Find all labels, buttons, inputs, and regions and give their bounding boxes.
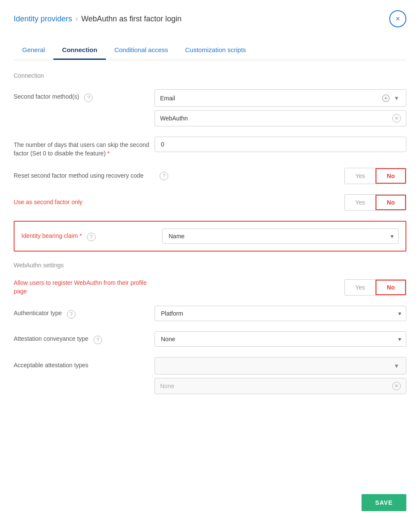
identity-bearing-claim-help-icon[interactable]: ? <box>87 233 96 241</box>
second-factor-controls: Email ▾ WebAuthn ✕ <box>155 89 406 126</box>
attestation-conveyance-select-wrapper: None Direct Indirect Enterprise <box>155 331 406 347</box>
authenticator-type-select[interactable]: Platform Cross-platform Any <box>155 306 406 321</box>
reset-yes-button[interactable]: Yes <box>345 168 376 184</box>
skip-days-label: The number of days that users can skip t… <box>14 137 155 158</box>
use-second-factor-row: Use as second factor only Yes No <box>14 194 406 211</box>
attestation-conveyance-label-group: Attestation conveyance type ? <box>14 331 155 344</box>
tabs-nav: General Connection Conditional access Cu… <box>14 41 406 60</box>
breadcrumb-link[interactable]: Identity providers <box>14 15 72 23</box>
authenticator-type-help-icon[interactable]: ? <box>67 310 76 319</box>
identity-bearing-claim-select[interactable]: Name Email Username Sub <box>162 228 399 244</box>
remove-webauthn-button[interactable]: ✕ <box>392 114 401 123</box>
authenticator-type-row: Authenticator type ? Platform Cross-plat… <box>14 306 406 321</box>
acceptable-attestation-controls: ▾ None ✕ <box>155 357 406 394</box>
webauthn-tag: WebAuthn ✕ <box>155 110 406 126</box>
remove-none-attestation-button[interactable]: ✕ <box>392 382 401 390</box>
section-connection-title: Connection <box>14 72 406 79</box>
none-attestation-tag: None ✕ <box>155 378 406 394</box>
identity-bearing-claim-label-group: Identity bearing claim * ? <box>21 228 162 241</box>
acceptable-attestation-label: Acceptable attestation types <box>14 357 155 370</box>
authenticator-type-label: Authenticator type <box>14 306 62 318</box>
skip-days-row: The number of days that users can skip t… <box>14 137 406 158</box>
save-bar: SAVE <box>348 487 420 518</box>
second-factor-label: Second factor method(s) <box>14 89 79 101</box>
reset-no-button[interactable]: No <box>376 168 406 184</box>
save-button[interactable]: SAVE <box>362 494 406 511</box>
breadcrumb-current: WebAuthn as first factor login <box>81 15 181 23</box>
attestation-conveyance-controls: None Direct Indirect Enterprise <box>155 331 406 347</box>
reset-second-factor-help-icon[interactable]: ? <box>160 172 168 180</box>
use-second-factor-toggle: Yes No <box>344 194 406 211</box>
allow-register-yes-button[interactable]: Yes <box>345 280 376 295</box>
tab-customization-scripts[interactable]: Customization scripts <box>177 41 255 60</box>
attestation-conveyance-select[interactable]: None Direct Indirect Enterprise <box>155 331 406 347</box>
identity-bearing-claim-section: Identity bearing claim * ? Name Email Us… <box>14 221 406 252</box>
breadcrumb: Identity providers › WebAuthn as first f… <box>14 15 181 23</box>
identity-bearing-claim-row: Identity bearing claim * ? Name Email Us… <box>21 228 399 244</box>
webauthn-tag-value: WebAuthn <box>160 115 392 122</box>
use-second-yes-button[interactable]: Yes <box>345 195 376 210</box>
allow-register-row: Allow users to register WebAuthn from th… <box>14 279 406 296</box>
second-factor-label-group: Second factor method(s) ? <box>14 89 155 102</box>
tab-connection[interactable]: Connection <box>53 41 106 60</box>
identity-bearing-claim-label: Identity bearing claim * <box>21 228 82 240</box>
second-factor-methods-row: Second factor method(s) ? Email ▾ WebAut… <box>14 89 406 126</box>
skip-days-input[interactable]: 0 <box>155 137 406 152</box>
authenticator-type-label-group: Authenticator type ? <box>14 306 155 319</box>
use-second-factor-label: Use as second factor only <box>14 198 155 207</box>
reset-second-factor-toggle: Yes No <box>344 168 406 184</box>
acceptable-attestation-row: Acceptable attestation types ▾ None ✕ <box>14 357 406 394</box>
close-button[interactable]: × <box>389 10 406 27</box>
reset-second-factor-label: Reset second factor method using recover… <box>14 172 155 180</box>
breadcrumb-separator: › <box>76 15 78 23</box>
attestation-conveyance-label: Attestation conveyance type <box>14 331 88 343</box>
use-second-no-button[interactable]: No <box>376 195 406 210</box>
authenticator-type-select-wrapper: Platform Cross-platform Any <box>155 306 406 321</box>
attestation-conveyance-row: Attestation conveyance type ? None Direc… <box>14 331 406 347</box>
authenticator-type-controls: Platform Cross-platform Any <box>155 306 406 321</box>
none-tag-value: None <box>160 383 392 389</box>
page-header: Identity providers › WebAuthn as first f… <box>14 10 406 27</box>
reset-second-factor-row: Reset second factor method using recover… <box>14 168 406 184</box>
second-factor-help-icon[interactable]: ? <box>84 94 93 102</box>
add-method-button[interactable] <box>379 94 392 103</box>
identity-bearing-claim-select-wrapper: Name Email Username Sub <box>162 228 399 244</box>
attestation-conveyance-help-icon[interactable]: ? <box>93 336 102 344</box>
tab-conditional-access[interactable]: Conditional access <box>106 41 177 60</box>
section-webauthn-title: WebAuthn settings <box>14 262 406 269</box>
identity-bearing-claim-controls: Name Email Username Sub <box>162 228 399 244</box>
allow-register-label: Allow users to register WebAuthn from th… <box>14 279 155 296</box>
email-value: Email <box>160 95 379 102</box>
tab-general[interactable]: General <box>14 41 53 60</box>
expand-attestation-button[interactable]: ▾ <box>392 361 401 371</box>
expand-method-button[interactable]: ▾ <box>392 93 401 103</box>
skip-days-controls: 0 <box>155 137 406 152</box>
email-dropdown[interactable]: Email ▾ <box>155 89 406 107</box>
acceptable-attestation-dropdown[interactable]: ▾ <box>155 357 406 375</box>
allow-register-no-button[interactable]: No <box>376 280 406 295</box>
allow-register-toggle: Yes No <box>344 279 406 296</box>
